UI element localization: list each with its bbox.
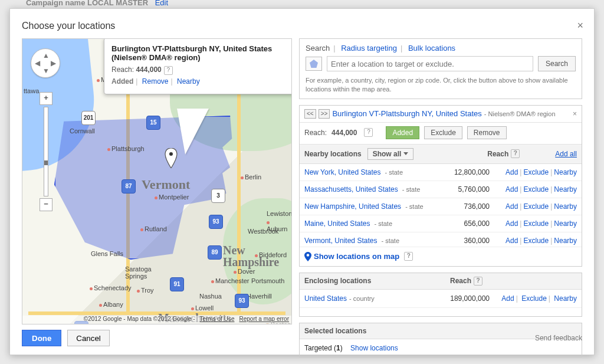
- nearby-link[interactable]: Nearby: [554, 168, 577, 176]
- help-icon[interactable]: ?: [511, 149, 520, 158]
- exclude-link[interactable]: Exclude: [523, 202, 549, 211]
- tab-radius[interactable]: Radius targeting: [341, 44, 397, 53]
- map-marker-icon[interactable]: [165, 148, 178, 168]
- svg-point-1: [307, 254, 309, 256]
- pan-up-icon[interactable]: ▲: [42, 51, 50, 60]
- map-label-vermont: Vermont: [142, 177, 190, 192]
- add-link[interactable]: Add: [505, 237, 518, 245]
- pan-down-icon[interactable]: ▼: [42, 67, 50, 75]
- map[interactable]: Vermont New Hampshire Massachusetts ttaw…: [22, 38, 292, 324]
- nearby-location-link[interactable]: New York, United States: [304, 168, 380, 176]
- map-info-window: Burlington VT-Plattsburgh NY, United Sta…: [104, 38, 292, 94]
- nearby-location-link[interactable]: Maine, United States: [304, 219, 370, 228]
- exclude-link[interactable]: Exclude: [521, 294, 547, 303]
- location-modal: × Choose your locations Vermont New Hamp…: [9, 8, 595, 355]
- nearby-link[interactable]: Nearby: [554, 294, 577, 303]
- enclosing-location-link[interactable]: United States: [304, 294, 347, 303]
- terms-link[interactable]: Terms of Use: [200, 316, 235, 324]
- current-location-link[interactable]: Burlington VT-Plattsburgh NY, United Sta…: [332, 109, 481, 118]
- pan-right-icon[interactable]: ▶: [51, 59, 56, 67]
- table-row: Vermont, United States - state360,000Add…: [300, 232, 582, 247]
- add-all-link[interactable]: Add all: [555, 150, 577, 158]
- report-error-link[interactable]: Report a map error: [239, 316, 289, 324]
- search-panel: Search| Radius targeting| Bulk locations…: [299, 38, 582, 99]
- show-all-dropdown[interactable]: Show all: [367, 148, 414, 160]
- help-icon[interactable]: ?: [164, 66, 173, 75]
- prev-location-button[interactable]: <<: [304, 109, 316, 119]
- map-credits: ©2012 Google - Map data ©2012 Google - T…: [22, 316, 291, 324]
- zoom-slider[interactable]: [44, 107, 48, 196]
- remove-selection-icon[interactable]: ×: [573, 110, 577, 118]
- help-icon[interactable]: ?: [364, 128, 373, 137]
- chevron-down-icon: [403, 152, 408, 155]
- pan-left-icon[interactable]: ◀: [35, 59, 40, 67]
- exclude-link[interactable]: Exclude: [523, 185, 549, 194]
- add-link[interactable]: Add: [501, 294, 514, 303]
- next-location-button[interactable]: >>: [319, 109, 330, 119]
- add-link[interactable]: Add: [505, 219, 518, 228]
- add-link[interactable]: Add: [505, 168, 518, 176]
- location-input[interactable]: [327, 56, 533, 71]
- nearby-link[interactable]: Nearby: [554, 202, 577, 211]
- nearby-location-link[interactable]: New Hampshire, United States: [304, 202, 401, 211]
- nearby-locations-table: Nearby locations Show all Reach? Add all…: [300, 144, 582, 266]
- table-row: Maine, United States - state656,000Add|E…: [300, 215, 582, 232]
- done-button[interactable]: Done: [22, 330, 61, 346]
- cancel-button[interactable]: Cancel: [67, 330, 110, 346]
- tab-bulk[interactable]: Bulk locations: [408, 44, 455, 53]
- search-hint: For example, a country, city, region or …: [300, 76, 582, 99]
- table-row: Massachusetts, United States - state5,76…: [300, 181, 582, 198]
- nearby-link[interactable]: Nearby: [554, 219, 577, 228]
- nearby-link[interactable]: Nearby: [554, 237, 577, 245]
- route-shield: 201: [81, 111, 96, 125]
- svg-point-0: [169, 152, 173, 156]
- zoom-control: + −: [40, 92, 52, 211]
- add-link[interactable]: Add: [505, 202, 518, 211]
- table-row: New York, United States - state12,800,00…: [300, 164, 582, 181]
- zoom-out-button[interactable]: −: [40, 198, 52, 211]
- info-title: Burlington VT-Plattsburgh NY, United Sta…: [111, 44, 292, 62]
- send-feedback-link[interactable]: Send feedback: [535, 334, 582, 342]
- nearby-location-link[interactable]: Massachusetts, United States: [304, 185, 398, 194]
- exclude-link[interactable]: Exclude: [523, 168, 549, 176]
- nearby-link[interactable]: Nearby: [177, 77, 200, 86]
- selection-panel: << >> Burlington VT-Plattsburgh NY, Unit…: [299, 105, 582, 267]
- show-on-map-link[interactable]: Show locations on map?: [300, 247, 582, 266]
- add-link[interactable]: Add: [505, 185, 518, 194]
- pan-control[interactable]: ▲ ▼ ◀ ▶: [31, 48, 60, 78]
- help-icon[interactable]: ?: [404, 252, 413, 261]
- added-chip[interactable]: Added: [386, 126, 419, 139]
- help-icon[interactable]: ?: [474, 277, 482, 286]
- remove-button[interactable]: Remove: [467, 126, 507, 139]
- modal-title: Choose your locations: [22, 21, 582, 31]
- close-icon[interactable]: ×: [577, 19, 583, 32]
- polygon-tool-button[interactable]: [306, 57, 322, 71]
- zoom-in-button[interactable]: +: [40, 92, 52, 105]
- exclude-link[interactable]: Exclude: [523, 237, 549, 245]
- exclude-button[interactable]: Exclude: [424, 126, 462, 139]
- zoom-handle[interactable]: [44, 160, 48, 165]
- tab-search[interactable]: Search: [306, 44, 330, 53]
- table-row: New Hampshire, United States - state736,…: [300, 198, 582, 215]
- nearby-location-link[interactable]: Vermont, United States: [304, 237, 377, 245]
- enclosing-panel: Enclosing locationsReach? United States-…: [299, 273, 582, 317]
- nearby-link[interactable]: Nearby: [554, 185, 577, 194]
- search-button[interactable]: Search: [538, 56, 576, 71]
- remove-link[interactable]: Remove: [142, 77, 169, 86]
- exclude-link[interactable]: Exclude: [523, 219, 549, 228]
